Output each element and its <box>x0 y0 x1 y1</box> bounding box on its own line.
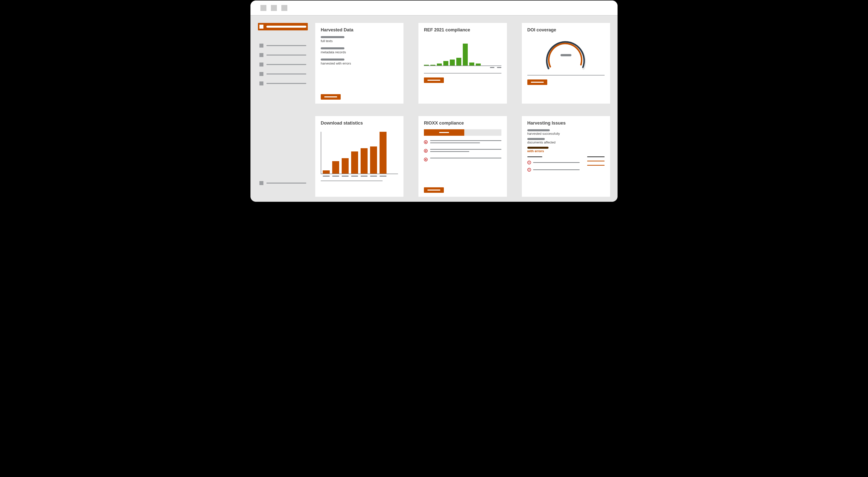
download-chart <box>321 132 398 174</box>
sidebar-item-label <box>267 45 306 46</box>
chart-bar <box>379 132 386 173</box>
chart-x-labels <box>424 67 501 68</box>
sidebar-item[interactable] <box>258 70 308 78</box>
issue-row[interactable] <box>527 168 580 171</box>
card-title: REF 2021 compliance <box>424 27 501 33</box>
divider <box>321 181 382 181</box>
sidebar-item-icon <box>259 43 264 47</box>
metric-label: harvested with errors <box>321 62 398 65</box>
card-harvesting-issues: Harvesting Issues harvested successfully… <box>522 116 610 197</box>
doi-gauge <box>527 36 604 73</box>
error-x-icon <box>424 149 428 153</box>
card-title: Download statistics <box>321 121 398 126</box>
rioxx-issue-row[interactable] <box>424 149 501 153</box>
chart-bar <box>476 64 481 65</box>
divider <box>424 73 501 73</box>
chart-bar <box>332 161 339 173</box>
rioxx-progress-fill <box>424 129 464 136</box>
sidebar-item-label <box>267 55 306 56</box>
issue-value <box>587 165 604 166</box>
metric-value-placeholder <box>321 59 344 61</box>
chart-x-labels <box>321 176 398 177</box>
metric-with-errors: with errors <box>527 147 604 153</box>
chart-bar <box>351 152 358 173</box>
chart-bar <box>450 60 455 66</box>
chart-bar <box>342 158 349 173</box>
sidebar-item[interactable] <box>258 80 308 87</box>
browser-toolbar <box>250 0 618 15</box>
card-action-button[interactable] <box>527 80 547 85</box>
chart-bar <box>463 43 468 65</box>
card-title: Harvested Data <box>321 27 398 33</box>
card-doi-coverage: DOI coverage <box>522 23 610 104</box>
sidebar-item[interactable] <box>258 51 308 59</box>
metric-label: metadata records <box>321 50 398 54</box>
sidebar-item-label <box>267 83 306 84</box>
column-header <box>587 156 604 157</box>
divider <box>527 75 604 75</box>
sidebar-item-icon <box>259 25 264 29</box>
sidebar-item-icon <box>259 53 264 57</box>
rioxx-progress-bar <box>424 129 501 136</box>
warning-icon <box>527 168 531 171</box>
sidebar-item-icon <box>259 82 264 86</box>
metric-label: with errors <box>527 149 604 153</box>
sidebar-item-label <box>267 64 306 65</box>
sidebar <box>258 23 308 197</box>
card-harvested-data: Harvested Data full texts metadata recor… <box>315 23 403 104</box>
card-download-statistics: Download statistics <box>315 116 403 197</box>
metric-label: full texts <box>321 39 398 43</box>
svg-rect-0 <box>560 54 571 56</box>
error-x-icon <box>424 158 428 161</box>
metric-value-placeholder <box>527 138 545 140</box>
metric-harvested-errors: harvested with errors <box>321 59 398 65</box>
metric-value-placeholder <box>527 129 550 131</box>
window-control-icon[interactable] <box>271 5 277 11</box>
ref-compliance-chart <box>424 41 501 66</box>
error-x-icon <box>424 140 428 144</box>
metric-full-texts: full texts <box>321 36 398 43</box>
window-control-icon[interactable] <box>260 5 267 11</box>
chart-bar <box>456 58 461 65</box>
card-title: RIOXX compliance <box>424 121 501 126</box>
chart-bar <box>430 65 435 65</box>
metric-value-placeholder <box>321 36 344 38</box>
chart-bar <box>437 64 442 65</box>
metric-value-placeholder <box>321 47 344 49</box>
rioxx-issue-row[interactable] <box>424 140 501 144</box>
chart-bar <box>361 148 368 173</box>
sidebar-item-icon <box>259 63 264 66</box>
metric-label: harvested successfully <box>527 132 604 135</box>
chart-bar <box>469 63 474 65</box>
sidebar-item-label <box>267 183 306 184</box>
chart-bar <box>370 147 377 173</box>
card-action-button[interactable] <box>321 94 341 100</box>
window-control-icon[interactable] <box>281 5 287 11</box>
card-action-button[interactable] <box>424 77 444 83</box>
card-title: DOI coverage <box>527 27 604 33</box>
sidebar-item[interactable] <box>258 61 308 68</box>
chart-bar <box>443 61 448 65</box>
sidebar-item-active[interactable] <box>258 23 308 30</box>
sidebar-item-label <box>267 73 306 74</box>
app-window: Harvested Data full texts metadata recor… <box>250 0 618 202</box>
chart-bar <box>424 65 429 65</box>
sidebar-item-icon <box>259 181 264 185</box>
rioxx-issue-row[interactable] <box>424 158 501 161</box>
sidebar-item-label <box>267 26 306 28</box>
issue-value <box>587 161 604 161</box>
sidebar-item-footer[interactable] <box>258 179 308 187</box>
card-action-button[interactable] <box>424 187 444 193</box>
sidebar-item[interactable] <box>258 42 308 49</box>
issue-row[interactable] <box>527 161 580 164</box>
column-header <box>527 156 542 157</box>
sidebar-item-icon <box>259 72 264 76</box>
metric-documents-affected: documents affected <box>527 138 604 144</box>
card-rioxx-compliance: RIOXX compliance <box>418 116 507 197</box>
metric-value-placeholder <box>527 147 549 149</box>
metric-label: documents affected <box>527 140 604 144</box>
issues-table <box>527 156 604 171</box>
card-title: Harvesting Issues <box>527 121 604 126</box>
viewport: Harvested Data full texts metadata recor… <box>250 15 618 202</box>
chart-bar <box>323 170 330 173</box>
